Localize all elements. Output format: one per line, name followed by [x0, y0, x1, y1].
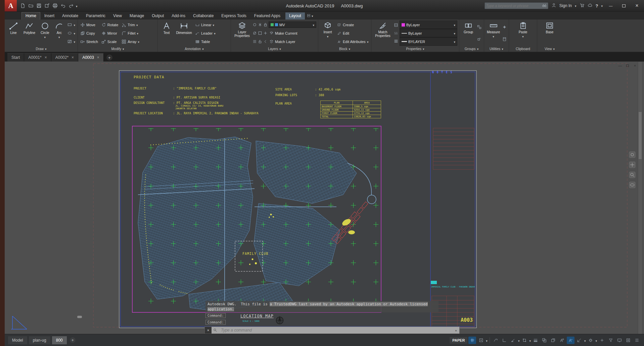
groups-panel-caret-icon[interactable] [477, 47, 479, 51]
linear-caret-icon[interactable] [213, 23, 215, 27]
id-point-icon[interactable] [502, 25, 507, 29]
create-block-button[interactable]: Create [336, 21, 369, 29]
polyline-button[interactable]: Polyline [21, 21, 37, 46]
mirror-button[interactable]: Mirror [101, 29, 119, 37]
base-button[interactable]: Base [542, 21, 557, 46]
group-edit-icon[interactable] [477, 37, 481, 41]
layer-walk-icon[interactable] [252, 39, 257, 44]
drawing-close-icon[interactable]: × [633, 64, 637, 68]
leader-caret-icon[interactable] [214, 31, 216, 35]
ortho-icon[interactable] [501, 337, 508, 344]
rectangle-caret-icon[interactable] [74, 23, 75, 27]
make-current-button[interactable]: Make Current [269, 29, 298, 37]
graphics-performance-icon[interactable] [615, 337, 623, 344]
arc-caret-icon[interactable] [58, 35, 60, 39]
fillet-button[interactable]: Fillet [121, 29, 140, 37]
new-drawing-tab-button[interactable] [106, 54, 112, 61]
object-color-icon[interactable] [394, 23, 398, 27]
ribbon-display-toggle[interactable] [307, 12, 313, 18]
tab-parametric[interactable]: Parametric [82, 12, 109, 20]
modify-panel-label[interactable]: Modify [78, 46, 157, 52]
layer-dropdown-caret-icon[interactable] [313, 23, 314, 27]
edit-attributes-button[interactable]: Edit Attributes [336, 37, 369, 46]
match-layer-button[interactable]: Match Layer [269, 37, 296, 46]
dynamic-input-icon[interactable] [492, 337, 500, 344]
leader-button[interactable]: Leader [194, 29, 229, 37]
quick-calc-icon[interactable] [502, 37, 507, 41]
rotate-button[interactable]: Rotate [101, 21, 119, 29]
save-icon[interactable] [36, 3, 42, 9]
polar-caret-icon[interactable] [518, 337, 520, 343]
hatch-caret-icon[interactable] [74, 40, 75, 44]
block-panel-label[interactable]: Block [318, 46, 371, 52]
modify-panel-caret-icon[interactable] [123, 47, 124, 51]
annotation-scale-icon[interactable] [576, 337, 583, 344]
annotation-panel-caret-icon[interactable] [202, 47, 204, 51]
person-icon[interactable] [551, 3, 556, 9]
layer-dropdown[interactable]: MV [269, 22, 316, 28]
close-tab-icon[interactable] [97, 55, 99, 60]
utilities-panel-label[interactable]: Utilities [484, 46, 509, 52]
selection-cycling-icon[interactable] [549, 337, 557, 344]
stretch-button[interactable]: Stretch [80, 37, 99, 46]
close-button[interactable] [632, 2, 642, 10]
circle-caret-icon[interactable] [44, 35, 46, 39]
binoculars-icon[interactable] [542, 3, 547, 9]
insert-button[interactable]: Insert [320, 21, 335, 46]
insert-caret-icon[interactable] [327, 35, 329, 39]
new-layout-button[interactable] [70, 337, 76, 343]
measure-caret-icon[interactable] [493, 35, 494, 39]
trim-caret-icon[interactable] [136, 23, 138, 27]
circle-button[interactable]: Circle [38, 21, 52, 46]
layer-state-icon[interactable] [252, 23, 257, 27]
minimized-palette-handle[interactable] [77, 316, 82, 318]
ellipse-caret-icon[interactable] [74, 31, 75, 35]
edit-attributes-caret-icon[interactable] [367, 40, 369, 44]
workspace-caret-icon[interactable] [595, 337, 597, 343]
lineweight-dropdown[interactable]: BYLAYER [400, 37, 457, 46]
transparency-icon[interactable] [541, 337, 548, 344]
minimize-button[interactable] [606, 2, 616, 10]
scrollbar-thumb[interactable] [639, 112, 642, 159]
draw-panel-label[interactable]: Draw [5, 46, 78, 52]
array-button[interactable]: Array [121, 37, 140, 46]
command-input[interactable] [219, 328, 453, 333]
edit-block-button[interactable]: Edit [336, 29, 369, 37]
snap-caret-icon[interactable] [486, 337, 488, 343]
cloud-icon[interactable] [588, 3, 593, 9]
layout-tab-planug[interactable]: plan-ug [29, 336, 50, 344]
layers-panel-caret-icon[interactable] [279, 47, 281, 51]
model-tab[interactable]: Model [8, 336, 27, 344]
clean-screen-icon[interactable] [624, 337, 632, 344]
new-icon[interactable] [19, 3, 26, 9]
color-caret-icon[interactable] [454, 23, 455, 27]
measure-button[interactable]: Measure [486, 21, 501, 46]
tab-collaborate[interactable]: Collaborate [189, 12, 217, 20]
maximize-button[interactable] [619, 2, 629, 10]
move-button[interactable]: Move [80, 21, 99, 29]
fillet-caret-icon[interactable] [137, 31, 139, 35]
tab-annotate[interactable]: Annotate [58, 12, 82, 20]
drawing-restore-icon[interactable] [625, 64, 630, 68]
command-customize-icon[interactable] [212, 327, 219, 334]
undo-icon[interactable] [60, 3, 66, 9]
steering-wheel-icon[interactable] [629, 152, 635, 158]
sign-in-caret-icon[interactable] [575, 3, 577, 8]
redo-icon[interactable] [68, 3, 74, 9]
layer-prev-icon[interactable] [263, 39, 268, 44]
plus-icon[interactable] [598, 337, 606, 344]
trim-button[interactable]: Trim [121, 21, 140, 29]
help-caret-icon[interactable] [601, 3, 603, 8]
site-plan-viewport[interactable] [132, 126, 381, 312]
save-as-icon[interactable] [44, 3, 50, 9]
utilities-panel-caret-icon[interactable] [502, 47, 503, 51]
file-tab-a0002[interactable]: A0002* [51, 53, 78, 62]
layer-properties-button[interactable]: Layer Properties [233, 21, 251, 46]
zoom-icon[interactable] [629, 172, 635, 178]
cart-icon[interactable] [580, 3, 585, 9]
ellipse-button[interactable] [66, 29, 76, 37]
paper-space-button[interactable]: PAPER [450, 337, 467, 344]
sign-in-label[interactable]: Sign In [559, 3, 572, 8]
qat-dropdown-icon[interactable] [76, 3, 78, 9]
command-close-icon[interactable] [205, 327, 212, 334]
